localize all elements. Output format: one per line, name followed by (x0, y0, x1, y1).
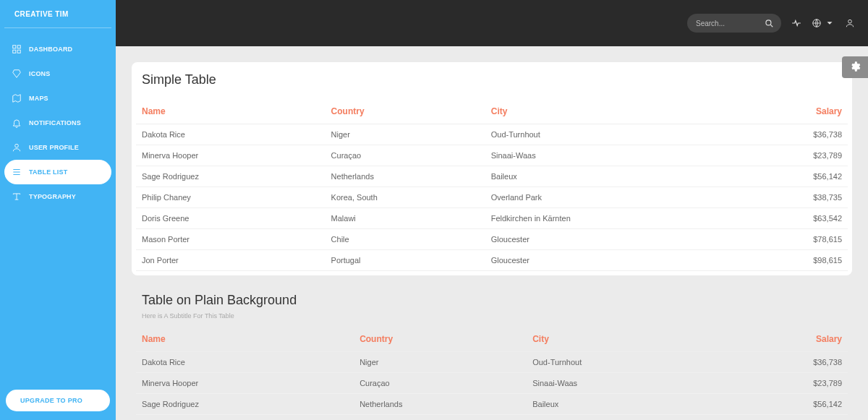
col-name: Name (136, 327, 354, 352)
cell-salary: $23,789 (720, 373, 848, 394)
table-row: Minerva HooperCuraçaoSinaai-Waas$23,789 (136, 145, 848, 166)
sidebar-item-label: USER PROFILE (29, 144, 79, 151)
cell-country: Niger (354, 352, 527, 373)
svg-point-14 (848, 20, 852, 23)
cell-city: Feldkirchen in Kärnten (485, 208, 737, 229)
sidebar-item-typography[interactable]: TYPOGRAPHY (4, 184, 111, 209)
cell-city: Oud-Turnhout (527, 352, 720, 373)
cell-city: Sinaai-Waas (527, 373, 720, 394)
col-salary: Salary (736, 99, 848, 124)
diamond-icon (12, 69, 22, 79)
table-row: Sage RodriguezNetherlandsBaileux$56,142 (136, 166, 848, 187)
col-city: City (527, 327, 720, 352)
cell-salary: $23,789 (736, 145, 848, 166)
svg-rect-3 (17, 46, 20, 48)
svg-line-12 (770, 25, 773, 27)
cell-country: Chile (326, 229, 485, 250)
cell-name: Jon Porter (136, 250, 326, 271)
table-row: Mason PorterChileGloucester$78,615 (136, 229, 848, 250)
brand-name: CREATIVE TIM (14, 10, 69, 18)
svg-rect-2 (13, 46, 16, 48)
settings-fab[interactable] (842, 56, 868, 78)
sidebar-item-maps[interactable]: MAPS (4, 86, 111, 111)
brand[interactable]: CREATIVE TIM (4, 7, 111, 28)
search-input[interactable] (696, 20, 764, 27)
cell-salary: $56,142 (736, 166, 848, 187)
cell-salary: $36,738 (720, 352, 848, 373)
table-row: Dakota RiceNigerOud-Turnhout$36,738 (136, 352, 848, 373)
svg-point-11 (766, 20, 771, 25)
cell-name: Dakota Rice (136, 124, 326, 145)
cell-name: Minerva Hooper (136, 373, 354, 394)
svg-point-6 (15, 144, 19, 147)
content: Simple Table Name Country City Salary Da… (116, 46, 868, 420)
list-icon (12, 167, 22, 177)
sidebar-item-table-list[interactable]: TABLE LIST (4, 160, 111, 184)
globe-dropdown[interactable] (812, 18, 835, 28)
search-group[interactable] (687, 14, 781, 33)
topbar (116, 0, 868, 46)
col-country: Country (354, 327, 527, 352)
upgrade-label: UPGRADE TO PRO (20, 397, 82, 404)
sidebar-item-label: TABLE LIST (29, 168, 67, 176)
cell-country: Curaçao (326, 145, 485, 166)
plain-table: Name Country City Salary Dakota RiceNige… (136, 327, 848, 415)
cell-name: Mason Porter (136, 229, 326, 250)
cell-country: Netherlands (326, 166, 485, 187)
cell-name: Sage Rodriguez (136, 166, 326, 187)
sidebar-item-notifications[interactable]: NOTIFICATIONS (4, 111, 111, 135)
table-row: Philip ChaneyKorea, SouthOverland Park$3… (136, 187, 848, 208)
sidebar-item-icons[interactable]: ICONS (4, 61, 111, 86)
main: Simple Table Name Country City Salary Da… (116, 0, 868, 420)
user-icon (12, 142, 22, 153)
cell-country: Niger (326, 124, 485, 145)
cell-country: Korea, South (326, 187, 485, 208)
plain-table-card: Table on Plain Background Here is A Subt… (132, 293, 852, 419)
dashboard-icon (12, 44, 22, 54)
gear-icon (849, 61, 861, 74)
cell-salary: $78,615 (736, 229, 848, 250)
simple-table-card: Simple Table Name Country City Salary Da… (132, 62, 852, 275)
chevron-down-icon (825, 18, 835, 28)
cell-city: Overland Park (485, 187, 737, 208)
cell-city: Gloucester (485, 250, 737, 271)
col-country: Country (326, 99, 485, 124)
cell-country: Curaçao (354, 373, 527, 394)
col-name: Name (136, 99, 326, 124)
map-icon (12, 93, 22, 103)
cell-name: Minerva Hooper (136, 145, 326, 166)
card-subtitle: Here is A Subtitle For This Table (136, 312, 848, 320)
sidebar-item-label: ICONS (29, 70, 51, 77)
account-icon[interactable] (845, 18, 855, 28)
simple-table: Name Country City Salary Dakota RiceNige… (136, 99, 848, 271)
cell-salary: $63,542 (736, 208, 848, 229)
activity-icon[interactable] (791, 18, 801, 28)
cell-country: Malawi (326, 208, 485, 229)
type-icon (12, 192, 22, 202)
sidebar-item-label: MAPS (29, 95, 48, 102)
cell-salary: $98,615 (736, 250, 848, 271)
cell-city: Gloucester (485, 229, 737, 250)
table-row: Minerva HooperCuraçaoSinaai-Waas$23,789 (136, 373, 848, 394)
cell-name: Sage Rodriguez (136, 394, 354, 415)
cell-city: Oud-Turnhout (485, 124, 737, 145)
table-row: Jon PorterPortugalGloucester$98,615 (136, 250, 848, 271)
sidebar-nav: DASHBOARD ICONS MAPS NOTIFICATIONS (4, 37, 111, 209)
sidebar-item-label: TYPOGRAPHY (29, 193, 76, 200)
cell-city: Baileux (527, 394, 720, 415)
sidebar-item-user-profile[interactable]: USER PROFILE (4, 135, 111, 160)
table-row: Dakota RiceNigerOud-Turnhout$36,738 (136, 124, 848, 145)
sidebar-item-dashboard[interactable]: DASHBOARD (4, 37, 111, 61)
sidebar: CREATIVE TIM DASHBOARD ICONS MAPS (0, 0, 116, 420)
col-city: City (485, 99, 737, 124)
cell-country: Portugal (326, 250, 485, 271)
cell-salary: $36,738 (736, 124, 848, 145)
svg-rect-5 (17, 50, 20, 53)
col-salary: Salary (720, 327, 848, 352)
cell-salary: $38,735 (736, 187, 848, 208)
search-icon[interactable] (764, 18, 774, 28)
cell-city: Baileux (485, 166, 737, 187)
cell-country: Netherlands (354, 394, 527, 415)
cell-name: Doris Greene (136, 208, 326, 229)
upgrade-button[interactable]: UPGRADE TO PRO (6, 390, 110, 411)
